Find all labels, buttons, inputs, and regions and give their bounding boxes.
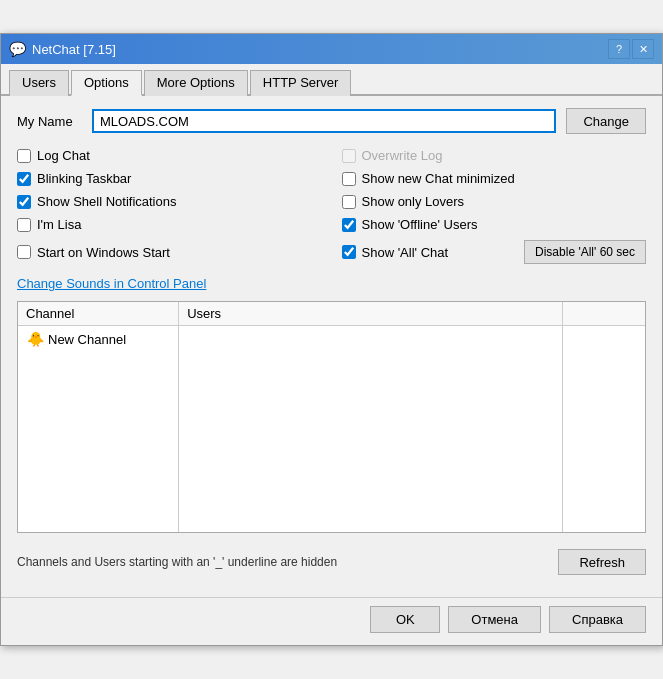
blinking-taskbar-checkbox[interactable]	[17, 172, 31, 186]
disable-all-button[interactable]: Disable 'All' 60 sec	[524, 240, 646, 264]
tab-users[interactable]: Users	[9, 70, 69, 96]
im-lisa-checkbox[interactable]	[17, 218, 31, 232]
cancel-button[interactable]: Отмена	[448, 606, 541, 633]
title-bar: 💬 NetChat [7.15] ? ✕	[1, 34, 662, 64]
bottom-bar: Channels and Users starting with an '_' …	[17, 543, 646, 575]
start-windows-label[interactable]: Start on Windows Start	[37, 245, 170, 260]
my-name-label: My Name	[17, 114, 82, 129]
show-shell-checkbox[interactable]	[17, 195, 31, 209]
start-windows-checkbox[interactable]	[17, 245, 31, 259]
overwrite-log-label: Overwrite Log	[362, 148, 443, 163]
content-area: My Name Change Log Chat Overwrite Log Bl…	[1, 96, 662, 597]
my-name-row: My Name Change	[17, 108, 646, 134]
tab-http-server[interactable]: HTTP Server	[250, 70, 352, 96]
col-header-users: Users	[179, 302, 562, 326]
channel-table-container: Channel Users 🐥 New Channel	[17, 301, 646, 533]
show-lovers-label[interactable]: Show only Lovers	[362, 194, 465, 209]
help-button[interactable]: ?	[608, 39, 630, 59]
option-show-minimized: Show new Chat minimized	[342, 171, 647, 186]
footer-buttons: OK Отмена Справка	[1, 597, 662, 645]
title-bar-left: 💬 NetChat [7.15]	[9, 41, 116, 57]
blinking-taskbar-label[interactable]: Blinking Taskbar	[37, 171, 131, 186]
table-row[interactable]: 🐥 New Channel	[18, 326, 645, 353]
tab-bar: Users Options More Options HTTP Server	[1, 64, 662, 96]
log-chat-label[interactable]: Log Chat	[37, 148, 90, 163]
channel-users-cell	[179, 326, 562, 353]
options-grid: Log Chat Overwrite Log Blinking Taskbar …	[17, 148, 646, 264]
option-overwrite-log: Overwrite Log	[342, 148, 647, 163]
control-panel-link[interactable]: Change Sounds in Control Panel	[17, 276, 206, 291]
channel-name-cell: 🐥 New Channel	[18, 326, 179, 353]
bottom-hint: Channels and Users starting with an '_' …	[17, 555, 337, 569]
main-window: 💬 NetChat [7.15] ? ✕ Users Options More …	[0, 33, 663, 646]
show-minimized-checkbox[interactable]	[342, 172, 356, 186]
show-offline-label[interactable]: Show 'Offline' Users	[362, 217, 478, 232]
overwrite-log-checkbox[interactable]	[342, 149, 356, 163]
change-button[interactable]: Change	[566, 108, 646, 134]
im-lisa-label[interactable]: I'm Lisa	[37, 217, 81, 232]
channel-table: Channel Users 🐥 New Channel	[18, 302, 645, 532]
col-header-channel: Channel	[18, 302, 179, 326]
option-im-lisa: I'm Lisa	[17, 217, 322, 232]
app-icon: 💬	[9, 41, 26, 57]
channel-icon: 🐥	[26, 330, 44, 348]
channel-extra-cell	[562, 326, 645, 353]
option-show-all-chat: Show 'All' Chat Disable 'All' 60 sec	[342, 240, 647, 264]
option-blinking-taskbar: Blinking Taskbar	[17, 171, 322, 186]
show-all-chat-checkbox[interactable]	[342, 245, 356, 259]
close-button[interactable]: ✕	[632, 39, 654, 59]
show-all-chat-label[interactable]: Show 'All' Chat	[362, 245, 449, 260]
option-show-shell: Show Shell Notifications	[17, 194, 322, 209]
option-start-windows: Start on Windows Start	[17, 240, 322, 264]
log-chat-checkbox[interactable]	[17, 149, 31, 163]
channel-name: New Channel	[48, 332, 126, 347]
option-log-chat: Log Chat	[17, 148, 322, 163]
tab-options[interactable]: Options	[71, 70, 142, 96]
option-show-lovers: Show only Lovers	[342, 194, 647, 209]
show-offline-checkbox[interactable]	[342, 218, 356, 232]
window-title: NetChat [7.15]	[32, 42, 116, 57]
tab-more-options[interactable]: More Options	[144, 70, 248, 96]
my-name-input[interactable]	[92, 109, 556, 133]
col-header-extra	[562, 302, 645, 326]
ok-button[interactable]: OK	[370, 606, 440, 633]
title-bar-buttons: ? ✕	[608, 39, 654, 59]
link-row: Change Sounds in Control Panel	[17, 276, 646, 291]
show-shell-label[interactable]: Show Shell Notifications	[37, 194, 176, 209]
help-footer-button[interactable]: Справка	[549, 606, 646, 633]
table-empty-row	[18, 352, 645, 532]
show-minimized-label[interactable]: Show new Chat minimized	[362, 171, 515, 186]
option-show-offline: Show 'Offline' Users	[342, 217, 647, 232]
refresh-button[interactable]: Refresh	[558, 549, 646, 575]
show-lovers-checkbox[interactable]	[342, 195, 356, 209]
